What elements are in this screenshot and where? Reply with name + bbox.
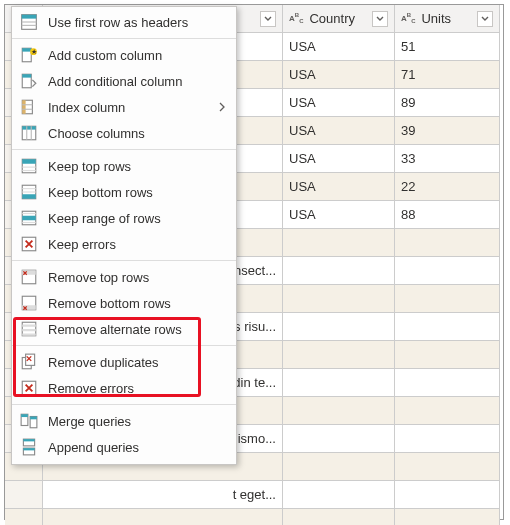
row-number[interactable] xyxy=(5,481,43,509)
conditional-column-icon xyxy=(20,72,38,90)
menu-separator xyxy=(12,38,236,39)
cell-country[interactable] xyxy=(283,481,395,509)
choose-columns-icon xyxy=(20,124,38,142)
column-header-country[interactable]: ABC Country xyxy=(283,5,395,33)
menu-choose-columns[interactable]: Choose columns xyxy=(12,120,236,146)
cell-units[interactable] xyxy=(395,313,500,341)
cell-country[interactable] xyxy=(283,397,395,425)
cell-country[interactable] xyxy=(283,285,395,313)
svg-rect-17 xyxy=(22,100,25,114)
svg-rect-50 xyxy=(21,414,28,417)
cell-country[interactable]: USA xyxy=(283,61,395,89)
submenu-chevron-icon xyxy=(218,102,226,112)
menu-item-label: Append queries xyxy=(48,440,226,455)
menu-add-conditional-column[interactable]: Add conditional column xyxy=(12,68,236,94)
menu-remove-errors[interactable]: Remove errors xyxy=(12,375,236,401)
cell-period[interactable] xyxy=(43,509,283,525)
keep-range-icon xyxy=(20,209,38,227)
keep-errors-icon xyxy=(20,235,38,253)
menu-keep-top-rows[interactable]: Keep top rows xyxy=(12,153,236,179)
svg-rect-55 xyxy=(23,448,34,450)
cell-units[interactable]: 88 xyxy=(395,201,500,229)
menu-item-label: Remove errors xyxy=(48,381,226,396)
text-type-icon: ABC xyxy=(401,12,415,24)
cell-country[interactable] xyxy=(283,425,395,453)
menu-separator xyxy=(12,260,236,261)
cell-units[interactable] xyxy=(395,229,500,257)
cell-country[interactable]: USA xyxy=(283,89,395,117)
menu-item-label: Keep errors xyxy=(48,237,226,252)
menu-item-label: Add custom column xyxy=(48,48,226,63)
menu-separator xyxy=(12,404,236,405)
index-column-icon xyxy=(20,98,38,116)
cell-units[interactable]: 39 xyxy=(395,117,500,145)
cell-country[interactable] xyxy=(283,509,395,525)
menu-item-label: Remove alternate rows xyxy=(48,322,226,337)
menu-item-label: Index column xyxy=(48,100,208,115)
menu-item-label: Merge queries xyxy=(48,414,226,429)
text-type-icon: ABC xyxy=(289,12,303,24)
remove-errors-icon xyxy=(20,379,38,397)
svg-rect-7 xyxy=(22,15,37,19)
menu-separator xyxy=(12,149,236,150)
menu-item-label: Keep range of rows xyxy=(48,211,226,226)
cell-country[interactable] xyxy=(283,313,395,341)
table-context-menu: Use first row as headers ★ Add custom co… xyxy=(11,6,237,465)
cell-country[interactable]: USA xyxy=(283,173,395,201)
cell-units[interactable] xyxy=(395,341,500,369)
menu-add-custom-column[interactable]: ★ Add custom column xyxy=(12,42,236,68)
filter-dropdown-icon[interactable] xyxy=(477,11,493,27)
menu-keep-errors[interactable]: Keep errors xyxy=(12,231,236,257)
menu-append-queries[interactable]: Append queries xyxy=(12,434,236,460)
cell-units[interactable] xyxy=(395,285,500,313)
filter-dropdown-icon[interactable] xyxy=(372,11,388,27)
cell-units[interactable] xyxy=(395,453,500,481)
row-number[interactable] xyxy=(5,509,43,525)
menu-item-label: Add conditional column xyxy=(48,74,226,89)
cell-country[interactable] xyxy=(283,341,395,369)
menu-keep-bottom-rows[interactable]: Keep bottom rows xyxy=(12,179,236,205)
cell-country[interactable]: USA xyxy=(283,201,395,229)
cell-country[interactable] xyxy=(283,369,395,397)
svg-rect-44 xyxy=(22,334,36,336)
merge-icon xyxy=(20,412,38,430)
cell-units[interactable]: 71 xyxy=(395,61,500,89)
cell-units[interactable]: 51 xyxy=(395,33,500,61)
menu-remove-bottom-rows[interactable]: Remove bottom rows xyxy=(12,290,236,316)
cell-units[interactable] xyxy=(395,509,500,525)
cell-units[interactable]: 22 xyxy=(395,173,500,201)
svg-rect-53 xyxy=(23,439,34,441)
menu-remove-alternate-rows[interactable]: Remove alternate rows xyxy=(12,316,236,342)
menu-use-first-row-as-headers[interactable]: Use first row as headers xyxy=(12,9,236,35)
menu-remove-duplicates[interactable]: Remove duplicates xyxy=(12,349,236,375)
add-column-icon: ★ xyxy=(20,46,38,64)
cell-units[interactable] xyxy=(395,397,500,425)
menu-keep-range-rows[interactable]: Keep range of rows xyxy=(12,205,236,231)
remove-duplicates-icon xyxy=(20,353,38,371)
column-header-units[interactable]: ABC Units xyxy=(395,5,500,33)
menu-item-label: Use first row as headers xyxy=(48,15,226,30)
cell-country[interactable] xyxy=(283,229,395,257)
cell-units[interactable] xyxy=(395,425,500,453)
cell-units[interactable] xyxy=(395,369,500,397)
cell-units[interactable] xyxy=(395,481,500,509)
menu-merge-queries[interactable]: Merge queries xyxy=(12,408,236,434)
cell-country[interactable] xyxy=(283,453,395,481)
column-header-label: Country xyxy=(309,5,355,33)
cell-country[interactable] xyxy=(283,257,395,285)
menu-index-column[interactable]: Index column xyxy=(12,94,236,120)
menu-item-label: Remove top rows xyxy=(48,270,226,285)
cell-units[interactable]: 33 xyxy=(395,145,500,173)
cell-country[interactable]: USA xyxy=(283,33,395,61)
cell-units[interactable]: 89 xyxy=(395,89,500,117)
remove-top-icon xyxy=(20,268,38,286)
menu-remove-top-rows[interactable]: Remove top rows xyxy=(12,264,236,290)
cell-country[interactable]: USA xyxy=(283,117,395,145)
menu-item-label: Keep bottom rows xyxy=(48,185,226,200)
svg-rect-29 xyxy=(22,194,36,199)
cell-country[interactable]: USA xyxy=(283,145,395,173)
filter-dropdown-icon[interactable] xyxy=(260,11,276,27)
cell-period[interactable]: t eget... xyxy=(43,481,283,509)
promote-headers-icon xyxy=(20,13,38,31)
cell-units[interactable] xyxy=(395,257,500,285)
